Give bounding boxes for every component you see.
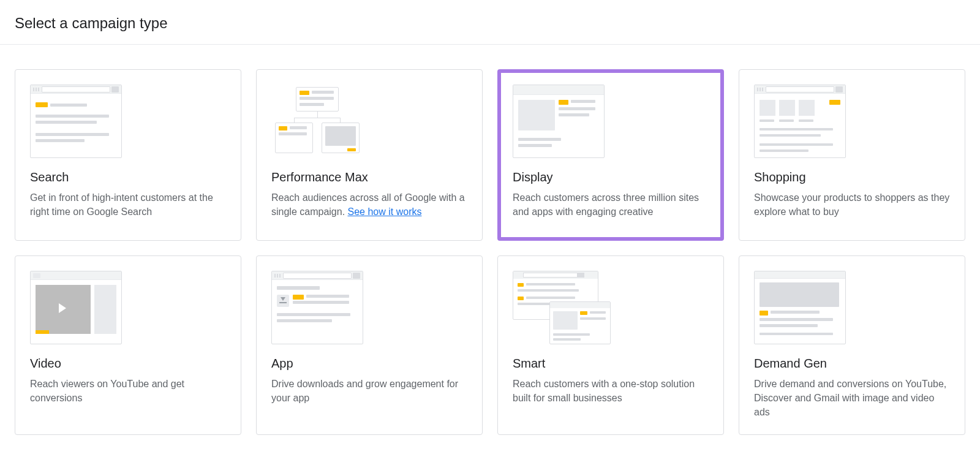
page-header: Select a campaign type	[0, 0, 980, 45]
card-desc: Get in front of high-intent customers at…	[30, 191, 226, 219]
shopping-illustration	[754, 85, 846, 158]
card-desc: Drive demand and conversions on YouTube,…	[754, 377, 950, 420]
pmax-illustration	[271, 85, 363, 158]
campaign-card-demand-gen[interactable]: Demand Gen Drive demand and conversions …	[739, 255, 965, 435]
card-title: Performance Max	[271, 170, 467, 184]
card-title: Display	[513, 170, 709, 184]
campaign-card-smart[interactable]: Smart Reach customers with a one-stop so…	[497, 255, 724, 435]
smart-illustration	[513, 271, 617, 344]
card-desc: Reach customers across three million sit…	[513, 191, 709, 219]
card-title: Smart	[513, 357, 709, 371]
search-illustration	[30, 85, 122, 158]
campaign-card-video[interactable]: Video Reach viewers on YouTube and get c…	[15, 255, 241, 435]
display-illustration	[513, 85, 605, 158]
card-title: Shopping	[754, 170, 950, 184]
campaign-card-search[interactable]: Search Get in front of high-intent custo…	[15, 69, 241, 241]
demandgen-illustration	[754, 271, 846, 344]
card-title: Demand Gen	[754, 357, 950, 371]
card-desc: Reach viewers on YouTube and get convers…	[30, 377, 226, 405]
video-illustration	[30, 271, 122, 344]
card-title: App	[271, 357, 467, 371]
page-title: Select a campaign type	[15, 15, 965, 32]
campaign-type-grid: Search Get in front of high-intent custo…	[0, 45, 980, 450]
card-desc: Reach customers with a one-stop solution…	[513, 377, 709, 405]
campaign-card-performance-max[interactable]: Performance Max Reach audiences across a…	[256, 69, 483, 241]
card-title: Video	[30, 357, 226, 371]
see-how-it-works-link[interactable]: See how it works	[348, 206, 422, 217]
card-desc: Showcase your products to shoppers as th…	[754, 191, 950, 219]
campaign-card-shopping[interactable]: Shopping Showcase your products to shopp…	[739, 69, 965, 241]
card-title: Search	[30, 170, 226, 184]
campaign-card-display[interactable]: Display Reach customers across three mil…	[497, 69, 724, 241]
campaign-card-app[interactable]: App Drive downloads and grow engagement …	[256, 255, 483, 435]
card-desc: Reach audiences across all of Google wit…	[271, 191, 467, 219]
card-desc: Drive downloads and grow engagement for …	[271, 377, 467, 405]
app-illustration	[271, 271, 363, 344]
